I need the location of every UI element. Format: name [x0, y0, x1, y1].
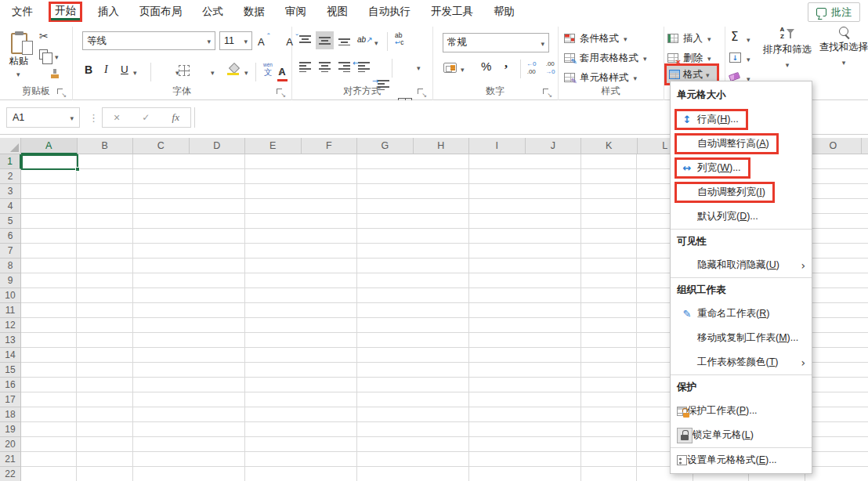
- tab-page-layout[interactable]: 页面布局: [129, 0, 192, 24]
- select-all-corner[interactable]: [0, 138, 21, 154]
- find-select-button[interactable]: 查找和选择: [817, 27, 868, 67]
- tab-insert[interactable]: 插入: [88, 0, 129, 24]
- row-header[interactable]: 22: [0, 467, 21, 481]
- column-header[interactable]: B: [78, 138, 134, 154]
- cut-icon[interactable]: [39, 30, 49, 42]
- fill-color-dropdown-arrow[interactable]: [211, 67, 215, 78]
- borders-dropdown-arrow[interactable]: [175, 67, 179, 78]
- column-header[interactable]: G: [357, 138, 414, 154]
- menu-item-autofit-row-height[interactable]: 自动调整行高(A): [671, 132, 812, 156]
- column-header[interactable]: E: [245, 138, 302, 154]
- fill-dropdown-arrow[interactable]: [747, 53, 750, 64]
- format-painter-icon[interactable]: [50, 69, 60, 79]
- number-format-combo[interactable]: 常规: [443, 33, 549, 52]
- menu-item-format-cells[interactable]: 设置单元格格式(E)...: [671, 447, 812, 472]
- italic-button[interactable]: I: [104, 63, 108, 76]
- font-size-dropdown-arrow[interactable]: [244, 35, 248, 46]
- orientation-dropdown-arrow[interactable]: [374, 37, 378, 48]
- autosum-button[interactable]: Σ: [731, 30, 738, 44]
- increase-decimal-button[interactable]: ←0 .00: [526, 60, 536, 75]
- orientation-button[interactable]: ab↗: [357, 35, 373, 44]
- column-header[interactable]: D: [190, 138, 246, 154]
- copy-icon[interactable]: [39, 49, 48, 60]
- menu-item-move-copy-sheet[interactable]: 移动或复制工作表(M)...: [671, 326, 812, 350]
- column-header[interactable]: I: [469, 138, 526, 154]
- increase-font-size-button[interactable]: A: [258, 36, 265, 48]
- row-header[interactable]: 17: [0, 392, 21, 407]
- comments-button[interactable]: 批注: [808, 2, 860, 22]
- borders-icon[interactable]: [179, 65, 190, 76]
- row-header[interactable]: 14: [0, 348, 21, 363]
- menu-item-autofit-column-width[interactable]: 自动调整列宽(I): [671, 180, 812, 204]
- accounting-format-icon[interactable]: [443, 63, 457, 73]
- column-header[interactable]: F: [302, 138, 358, 154]
- row-header[interactable]: 13: [0, 333, 21, 348]
- menu-item-column-width[interactable]: 列宽(W)...: [671, 156, 812, 180]
- menu-item-rename-sheet[interactable]: 重命名工作表(R): [671, 302, 812, 326]
- tab-review[interactable]: 审阅: [275, 0, 316, 24]
- cell-styles-button[interactable]: 单元格样式: [564, 69, 637, 86]
- sort-filter-button[interactable]: AZ 排序和筛选: [756, 27, 819, 70]
- align-right-button[interactable]: [335, 58, 353, 76]
- tab-home[interactable]: 开始: [49, 2, 82, 22]
- wrap-text-button[interactable]: ab ↩c: [395, 32, 403, 46]
- name-box[interactable]: A1: [6, 107, 80, 128]
- row-header[interactable]: 3: [0, 184, 21, 199]
- menu-item-default-width[interactable]: 默认列宽(D)...: [671, 204, 812, 229]
- bold-button[interactable]: B: [85, 63, 92, 76]
- font-size-combo[interactable]: 11: [219, 31, 252, 50]
- column-header[interactable]: H: [414, 138, 470, 154]
- row-header[interactable]: 2: [0, 169, 21, 184]
- decrease-decimal-button[interactable]: .00 →0: [545, 60, 555, 75]
- align-left-button[interactable]: [296, 58, 314, 76]
- menu-item-lock-cell[interactable]: 锁定单元格(L): [671, 423, 812, 447]
- tab-formulas[interactable]: 公式: [192, 0, 233, 24]
- column-header[interactable]: J: [526, 138, 582, 154]
- menu-item-hide-unhide[interactable]: 隐藏和取消隐藏(U) ›: [671, 253, 812, 277]
- row-header[interactable]: 8: [0, 259, 21, 273]
- row-header[interactable]: 16: [0, 378, 21, 392]
- row-header[interactable]: 4: [0, 199, 21, 214]
- paste-dropdown-arrow[interactable]: [16, 68, 20, 79]
- row-header[interactable]: 6: [0, 229, 21, 244]
- format-as-table-button[interactable]: 套用表格格式: [564, 49, 647, 67]
- enter-icon[interactable]: ✓: [142, 112, 150, 123]
- column-header[interactable]: P: [862, 138, 868, 154]
- row-header[interactable]: 15: [0, 363, 21, 378]
- percent-style-button[interactable]: %: [481, 60, 491, 73]
- phonetic-guide-icon[interactable]: wén 文: [263, 63, 273, 76]
- autosum-dropdown-arrow[interactable]: [747, 34, 750, 45]
- number-dialog-launcher[interactable]: [543, 89, 551, 96]
- insert-function-icon[interactable]: fx: [172, 111, 179, 124]
- tab-developer[interactable]: 开发工具: [421, 0, 483, 24]
- insert-cells-button[interactable]: 插入: [667, 30, 711, 47]
- comma-style-button[interactable]: ,: [505, 56, 508, 71]
- row-header[interactable]: 10: [0, 288, 21, 303]
- align-center-button[interactable]: [316, 58, 334, 76]
- copy-dropdown-arrow[interactable]: [55, 51, 59, 62]
- row-header[interactable]: 7: [0, 244, 21, 259]
- align-middle-button[interactable]: [316, 31, 334, 49]
- clipboard-dialog-launcher[interactable]: [57, 89, 65, 96]
- column-header[interactable]: C: [133, 138, 190, 154]
- name-box-dropdown-arrow[interactable]: [70, 112, 74, 123]
- row-header[interactable]: 11: [0, 303, 21, 318]
- underline-button[interactable]: U: [121, 63, 128, 75]
- decrease-indent-button[interactable]: [355, 58, 373, 76]
- row-header[interactable]: 9: [0, 273, 21, 288]
- column-header[interactable]: K: [581, 138, 638, 154]
- accounting-dropdown-arrow[interactable]: [461, 63, 465, 74]
- font-name-combo[interactable]: 等线: [82, 31, 215, 50]
- menu-item-protect-sheet[interactable]: 保护工作表(P)...: [671, 399, 812, 423]
- font-dialog-launcher[interactable]: [277, 89, 284, 96]
- row-header[interactable]: 19: [0, 422, 21, 437]
- column-header[interactable]: O: [805, 138, 862, 154]
- font-name-dropdown-arrow[interactable]: [207, 35, 211, 46]
- font-color-dropdown-arrow[interactable]: [244, 67, 248, 78]
- number-format-dropdown-arrow[interactable]: [541, 38, 544, 49]
- tab-data[interactable]: 数据: [233, 0, 275, 24]
- column-header[interactable]: A: [21, 138, 78, 154]
- merge-dropdown-arrow[interactable]: [417, 62, 421, 73]
- fill-color-icon[interactable]: [227, 64, 239, 75]
- tab-automate[interactable]: 自动执行: [358, 0, 421, 24]
